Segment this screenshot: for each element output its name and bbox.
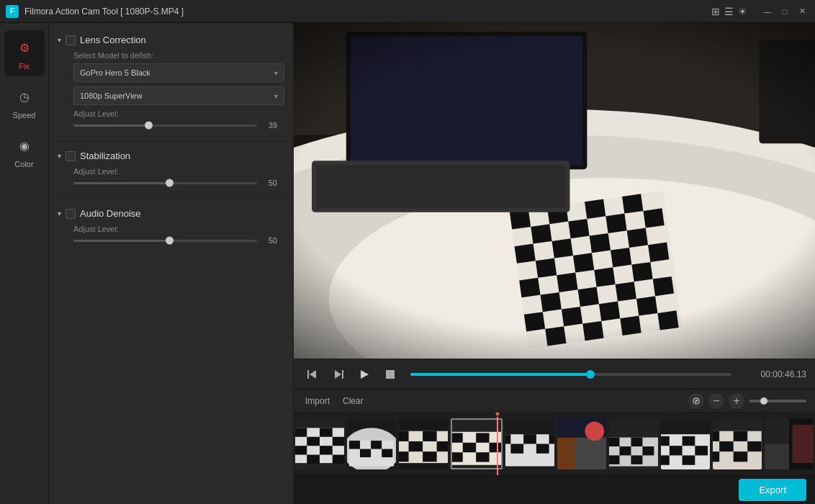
close-button[interactable]: ✕	[795, 4, 809, 19]
audio-toggle[interactable]: ▾	[58, 210, 61, 217]
svg-rect-118	[713, 451, 719, 462]
svg-rect-123	[765, 444, 789, 470]
lens-slider-row: Adjust Level: 39	[58, 109, 284, 130]
color-icon: ◉	[13, 134, 36, 157]
svg-rect-110	[683, 455, 695, 464]
lens-correction-section: ▾ Lens Correction Select Model to defish…	[49, 30, 293, 137]
svg-rect-105	[661, 436, 670, 446]
lens-toggle[interactable]: ▾	[58, 36, 61, 44]
svg-rect-52	[295, 428, 307, 436]
audio-slider-track[interactable]	[73, 240, 257, 242]
svg-rect-72	[437, 441, 448, 451]
svg-rect-54	[307, 437, 320, 446]
clip-thumb-9[interactable]	[713, 418, 762, 469]
svg-rect-77	[452, 433, 463, 442]
svg-rect-80	[490, 443, 501, 452]
stab-slider-label: Adjust Level:	[73, 167, 277, 176]
clip-thumb-2[interactable]	[347, 418, 396, 469]
stab-slider-track[interactable]	[73, 182, 257, 184]
svg-point-94	[585, 421, 604, 441]
import-button[interactable]: Import	[302, 395, 333, 408]
clip-thumb-3[interactable]	[399, 418, 448, 469]
progress-fill	[410, 373, 590, 376]
zoom-slider[interactable]	[749, 400, 806, 402]
maximize-button[interactable]: □	[778, 4, 792, 19]
clip-thumb-10[interactable]	[765, 418, 814, 469]
stop-button[interactable]	[380, 364, 400, 384]
svg-rect-65	[360, 449, 371, 458]
speed-icon: ◷	[13, 85, 36, 108]
svg-rect-46	[342, 370, 343, 379]
audio-title: Audio Denoise	[80, 208, 141, 219]
minimize-button[interactable]: —	[760, 4, 775, 19]
lens-slider-track[interactable]	[73, 125, 257, 127]
clip-thumb-1[interactable]	[295, 418, 344, 469]
svg-rect-100	[642, 446, 654, 455]
svg-rect-56	[295, 446, 307, 454]
clip-thumb-6[interactable]	[557, 418, 606, 469]
clip-thumb-4[interactable]	[451, 418, 503, 469]
svg-marker-47	[335, 370, 341, 379]
svg-rect-71	[409, 441, 423, 451]
lens-slider-label: Adjust Level:	[73, 109, 277, 118]
skip-to-start-button[interactable]	[302, 364, 323, 384]
progress-bar[interactable]	[410, 373, 731, 376]
sidebar-item-fix[interactable]: ⚙ Fix	[4, 30, 45, 76]
stab-content: Adjust Level: 50	[58, 167, 284, 187]
gopro-model-dropdown[interactable]: GoPro Hero 5 Black ▾	[73, 63, 284, 82]
zoom-in-button[interactable]: +	[729, 393, 744, 409]
window-controls: — □ ✕	[760, 4, 809, 19]
svg-rect-78	[476, 433, 489, 442]
toolbar-icon-2[interactable]: ☰	[724, 6, 734, 17]
svg-marker-45	[310, 370, 316, 379]
svg-rect-101	[609, 455, 619, 464]
audio-slider-label: Adjust Level:	[73, 225, 277, 233]
chain-link-icon[interactable]	[688, 393, 704, 409]
dropdown2-chevron: ▾	[274, 92, 278, 100]
svg-rect-86	[523, 434, 536, 444]
lens-checkbox[interactable]	[66, 35, 76, 45]
sidebar-item-speed[interactable]: ◷ Speed	[4, 79, 45, 125]
clip-thumb-8[interactable]	[661, 418, 710, 469]
sidebar-label-color: Color	[14, 160, 33, 168]
svg-rect-119	[734, 451, 748, 462]
export-bar: Export	[294, 475, 815, 504]
zoom-controls: − +	[688, 393, 806, 409]
clip-thumb-7[interactable]	[609, 418, 658, 469]
svg-rect-59	[333, 455, 344, 464]
svg-rect-114	[734, 431, 748, 441]
window-title: Filmora Action Cam Tool [ 1080P-S.MP4 ]	[24, 6, 706, 17]
content-area: 00:00:46.13 Import Clear −	[294, 23, 815, 504]
lens-correction-header: ▾ Lens Correction	[58, 35, 284, 45]
main-layout: ⚙ Fix ◷ Speed ◉ Color ▾ Lens Correction …	[0, 23, 815, 504]
toolbar-icon-1[interactable]: ⊞	[711, 6, 720, 17]
timeline-area: Import Clear − +	[294, 389, 815, 504]
stab-slider-row: Adjust Level: 50	[58, 167, 284, 187]
toolbar-icon-3[interactable]: ☀	[738, 6, 747, 17]
export-button[interactable]: Export	[739, 479, 806, 501]
svg-rect-64	[371, 441, 382, 449]
zoom-out-button[interactable]: −	[708, 393, 724, 409]
svg-rect-63	[349, 441, 360, 449]
stab-checkbox[interactable]	[66, 151, 76, 161]
clear-button[interactable]: Clear	[340, 395, 366, 408]
resolution-dropdown[interactable]: 1080p SuperView ▾	[73, 86, 284, 105]
sidebar: ⚙ Fix ◷ Speed ◉ Color	[0, 23, 49, 504]
timeline-clips[interactable]	[294, 413, 815, 475]
stab-toggle[interactable]: ▾	[58, 152, 61, 160]
svg-rect-109	[661, 455, 670, 464]
svg-rect-55	[333, 437, 344, 446]
svg-rect-57	[320, 446, 333, 454]
svg-rect-87	[549, 434, 554, 444]
audio-checkbox[interactable]	[66, 209, 76, 219]
play-button[interactable]	[354, 364, 374, 384]
step-back-button[interactable]	[328, 364, 348, 384]
svg-rect-81	[452, 452, 463, 462]
progress-thumb	[586, 370, 595, 379]
sidebar-item-color[interactable]: ◉ Color	[4, 128, 45, 174]
timeline-toolbar: Import Clear − +	[294, 390, 815, 413]
clip-thumb-5[interactable]	[505, 418, 554, 469]
svg-rect-116	[719, 441, 734, 451]
svg-rect-113	[713, 431, 719, 441]
video-preview-area	[294, 23, 815, 359]
